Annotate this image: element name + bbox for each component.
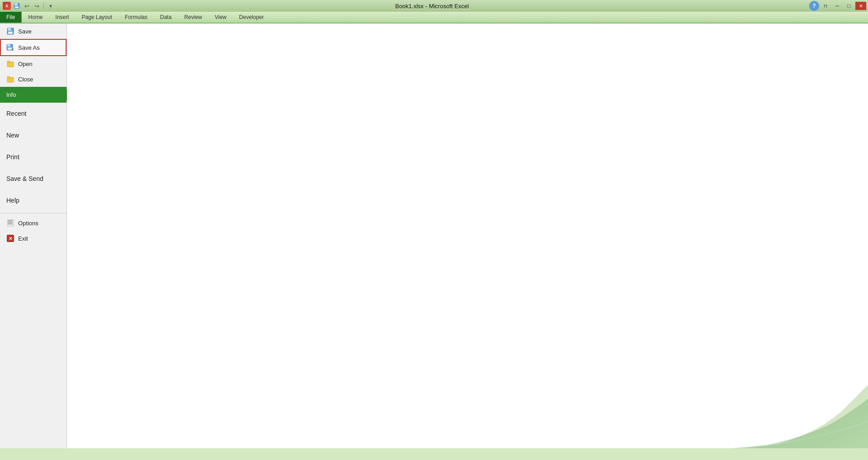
office-logo-icon: X (3, 2, 11, 10)
close-menu-item[interactable]: Close (0, 71, 67, 87)
save-icon (6, 27, 14, 35)
content-area (67, 24, 868, 448)
ribbon-collapse-icon[interactable]: ⊓ (820, 2, 831, 10)
close-icon (6, 75, 14, 83)
tab-data[interactable]: Data (154, 12, 178, 23)
print-menu-item[interactable]: Print (0, 146, 67, 168)
minimize-button[interactable]: ─ (832, 2, 843, 10)
tab-file[interactable]: File (0, 12, 22, 23)
options-icon (6, 219, 14, 227)
tab-view[interactable]: View (209, 12, 233, 23)
svg-rect-15 (7, 76, 10, 78)
svg-rect-17 (8, 220, 12, 221)
svg-rect-6 (11, 28, 12, 30)
svg-rect-13 (7, 61, 10, 63)
help-button[interactable]: ? (809, 1, 819, 11)
file-sidebar: Save ↙ Save As (0, 24, 67, 448)
tab-home[interactable]: Home (22, 12, 49, 23)
ribbon-tab-bar: File Home Insert Page Layout Formulas Da… (0, 12, 868, 24)
tab-review[interactable]: Review (178, 12, 208, 23)
save-label: Save (18, 28, 32, 35)
info-label: Info (6, 91, 16, 98)
tab-insert[interactable]: Insert (49, 12, 75, 23)
qa-undo-icon[interactable]: ↩ (23, 2, 31, 10)
open-label: Open (18, 61, 33, 67)
sidebar-divider (0, 213, 67, 213)
close-label: Close (18, 76, 33, 83)
main-layout: Save ↙ Save As (0, 24, 868, 448)
open-icon (6, 60, 14, 68)
tab-formulas[interactable]: Formulas (119, 12, 154, 23)
open-menu-item[interactable]: Open (0, 56, 67, 71)
svg-rect-5 (8, 32, 13, 34)
help-label: Help (6, 197, 19, 204)
restore-button[interactable]: □ (844, 2, 854, 10)
svg-rect-10 (10, 44, 11, 46)
save-as-icon: ↙ (6, 43, 14, 52)
info-menu-item[interactable]: Info (0, 87, 67, 103)
window-title: Book1.xlsx - Microsoft Excel (55, 3, 809, 9)
svg-rect-2 (15, 6, 19, 8)
options-menu-item[interactable]: Options (0, 215, 67, 231)
recent-menu-item[interactable]: Recent (0, 103, 67, 124)
svg-rect-1 (14, 3, 18, 5)
qa-save-icon[interactable] (13, 2, 21, 10)
print-label: Print (6, 153, 19, 161)
svg-text:↙: ↙ (11, 47, 14, 51)
options-label: Options (18, 220, 38, 227)
recent-label: Recent (6, 110, 26, 117)
help-menu-item[interactable]: Help (0, 190, 67, 211)
svg-rect-19 (8, 223, 12, 224)
save-menu-item[interactable]: Save (0, 24, 67, 39)
qa-redo-icon[interactable]: ↪ (33, 2, 41, 10)
new-menu-item[interactable]: New (0, 124, 67, 146)
exit-menu-item[interactable]: ✕ Exit (0, 231, 67, 246)
tab-page-layout[interactable]: Page Layout (75, 12, 118, 23)
exit-label: Exit (18, 235, 28, 242)
title-bar: X ↩ ↪ ▼ Book1.xlsx - Microsoft Excel ? ⊓… (0, 0, 868, 12)
decorative-curve (732, 358, 868, 448)
tab-developer[interactable]: Developer (233, 12, 270, 23)
close-button[interactable]: ✕ (855, 2, 866, 10)
exit-icon: ✕ (6, 234, 14, 242)
save-send-label: Save & Send (6, 175, 43, 182)
new-label: New (6, 132, 19, 139)
save-send-menu-item[interactable]: Save & Send (0, 168, 67, 190)
qa-customize-icon[interactable]: ▼ (47, 2, 55, 10)
save-as-label: Save As (18, 44, 40, 51)
qa-separator (43, 3, 44, 9)
svg-rect-18 (8, 222, 12, 223)
save-as-menu-item[interactable]: ↙ Save As (0, 39, 67, 56)
